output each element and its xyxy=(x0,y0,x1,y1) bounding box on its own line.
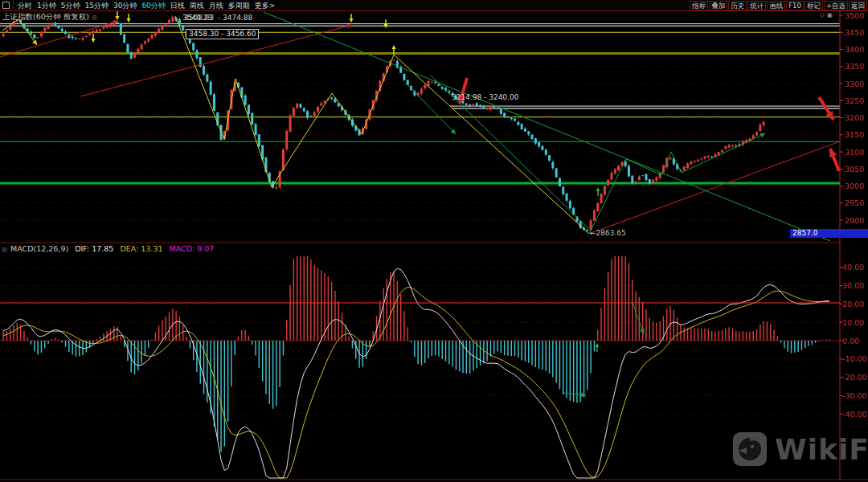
trading-terminal: WikiFX 350034503400335033003250320031503… xyxy=(0,0,868,482)
pane-icon-right[interactable]: ▣ xyxy=(827,11,835,18)
toolbar-divider xyxy=(13,1,14,10)
tab-60min-selected[interactable]: 60分钟 xyxy=(141,1,165,10)
tab-multi-period[interactable]: 多周期 xyxy=(228,1,250,10)
gap-price-c: - 3474.88 xyxy=(218,14,252,22)
svg-text:3500: 3500 xyxy=(845,11,864,20)
btn-add-watchlist[interactable]: +自选 xyxy=(824,1,848,10)
svg-text:-40.00: -40.00 xyxy=(842,410,867,419)
pane-icons: ◇▣ xyxy=(820,11,835,18)
btn-statistics[interactable]: 统计 xyxy=(747,1,766,10)
svg-text:3050: 3050 xyxy=(845,165,864,174)
tab-tick[interactable]: 分时 xyxy=(18,1,32,10)
svg-text:20.00: 20.00 xyxy=(842,300,864,308)
indicator-collapse-icon[interactable]: ◎ xyxy=(2,246,7,253)
annotation-low-price: ←2863.65 xyxy=(590,229,626,237)
period-tabs: 分时 1分钟 5分钟 15分钟 30分钟 60分钟 日线 周线 月线 多周期 更… xyxy=(18,1,275,10)
tab-15min[interactable]: 15分钟 xyxy=(84,1,108,10)
annotation-mid-range: 3214.98 - 3240.00 xyxy=(452,93,518,101)
annotation-gap-range: 3540.23 3508.93 - 3474.88 xyxy=(182,14,279,22)
btn-overlay[interactable]: 叠加 xyxy=(709,1,727,10)
macd-label-row: ◎MACD(12,26,9)DIF: 17.85DEA: 13.31MACD: … xyxy=(2,244,214,253)
collapse-icon[interactable]: ◎ xyxy=(92,14,97,21)
macd-params-label: MACD(12,26,9) xyxy=(10,244,68,253)
chart-title: 上证指数(60分钟 前复权)◎ xyxy=(2,12,97,22)
svg-text:-20.00: -20.00 xyxy=(842,373,867,382)
svg-text:0.00: 0.00 xyxy=(842,337,859,345)
svg-text:10.00: 10.00 xyxy=(842,318,864,327)
tab-5min[interactable]: 5分钟 xyxy=(61,1,80,10)
tab-monthly[interactable]: 月线 xyxy=(209,1,223,10)
price-low-tag: 2857.0 xyxy=(790,229,868,238)
svg-text:3300: 3300 xyxy=(845,80,864,88)
btn-indicator[interactable]: 指标 xyxy=(690,1,708,10)
btn-back[interactable]: 返回 xyxy=(849,1,867,10)
tab-more[interactable]: 更多> xyxy=(255,1,276,10)
svg-text:3100: 3100 xyxy=(845,148,864,157)
tab-1min[interactable]: 1分钟 xyxy=(37,1,56,10)
svg-text:3350: 3350 xyxy=(845,62,864,71)
svg-text:3400: 3400 xyxy=(845,45,864,54)
right-toolbar: 指标 叠加 历史 统计 画线 F10 标记 +自选 返回 xyxy=(689,0,867,10)
macd-value: MACD: 9.07 xyxy=(169,244,214,253)
svg-text:3150: 3150 xyxy=(845,130,864,139)
svg-text:-30.00: -30.00 xyxy=(842,391,867,400)
dif-value: DIF: 17.85 xyxy=(75,244,113,253)
price-macd-chart[interactable]: 3500345034003350330032503200315031003050… xyxy=(0,0,868,482)
svg-text:2950: 2950 xyxy=(845,198,864,207)
btn-f10[interactable]: F10 xyxy=(786,1,804,10)
svg-text:-10.00: -10.00 xyxy=(842,354,867,363)
svg-text:3250: 3250 xyxy=(845,96,864,105)
pane-icon-left[interactable]: ◇ xyxy=(820,11,827,18)
tab-30min[interactable]: 30分钟 xyxy=(113,1,137,10)
btn-mark[interactable]: 标记 xyxy=(805,1,823,10)
tab-weekly[interactable]: 周线 xyxy=(190,1,204,10)
tab-daily[interactable]: 日线 xyxy=(170,1,185,10)
btn-draw-line[interactable]: 画线 xyxy=(767,1,785,10)
toolbar: 分时 1分钟 5分钟 15分钟 30分钟 60分钟 日线 周线 月线 多周期 更… xyxy=(0,0,868,11)
symbol-period-label: 上证指数(60分钟 前复权) xyxy=(2,12,89,21)
annotation-boxed-range: 3458.30 - 3456.60 xyxy=(186,29,259,39)
btn-history[interactable]: 历史 xyxy=(728,1,747,10)
svg-text:30.00: 30.00 xyxy=(842,281,864,290)
gap-price-b: 3508.93 xyxy=(184,14,214,22)
svg-text:3000: 3000 xyxy=(845,182,864,190)
dea-value: DEA: 13.31 xyxy=(120,244,162,253)
svg-text:3450: 3450 xyxy=(845,28,864,37)
window-icon[interactable] xyxy=(2,2,10,9)
svg-text:40.00: 40.00 xyxy=(842,263,864,272)
svg-text:2900: 2900 xyxy=(845,216,864,225)
svg-text:3200: 3200 xyxy=(845,113,864,122)
